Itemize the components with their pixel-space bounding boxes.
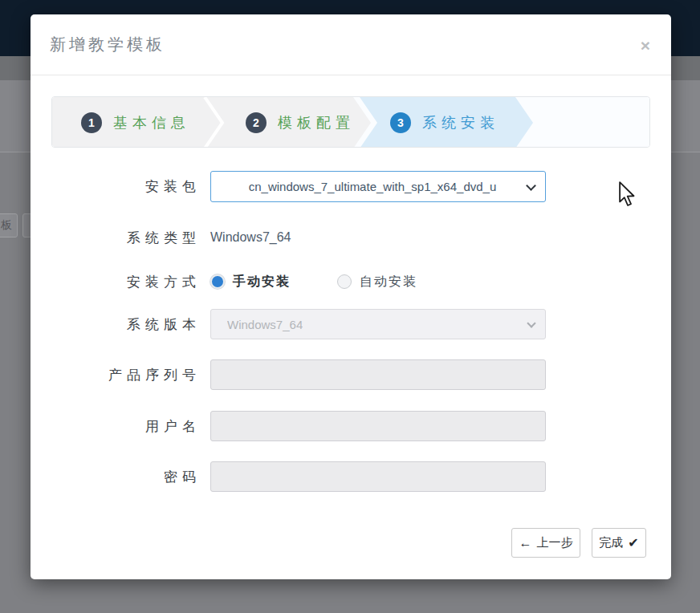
dialog-title: 新增教学模板 <box>50 34 165 55</box>
system-type-label: 系统类型 <box>31 223 201 252</box>
row-install-package: 安装包 cn_windows_7_ultimate_with_sp1_x64_d… <box>31 171 671 202</box>
serial-number-label: 产品序列号 <box>31 359 201 390</box>
install-package-select[interactable]: cn_windows_7_ultimate_with_sp1_x64_dvd_u <box>210 171 546 202</box>
install-package-value: cn_windows_7_ultimate_with_sp1_x64_dvd_u <box>227 180 518 193</box>
previous-step-label: 上一步 <box>537 535 573 550</box>
system-version-value: Windows7_64 <box>227 318 303 331</box>
chevron-down-icon <box>526 181 536 191</box>
row-password: 密码 <box>31 461 671 492</box>
finish-label: 完成 <box>599 535 623 550</box>
row-install-method: 安装方式 手动安装 自动安装 <box>31 267 671 296</box>
close-icon[interactable]: × <box>636 37 655 56</box>
step-number-badge: 1 <box>81 112 102 133</box>
step-number-badge: 3 <box>390 112 411 133</box>
password-input <box>210 461 546 492</box>
system-version-select-disabled: Windows7_64 <box>210 309 546 339</box>
step-label: 基本信息 <box>113 113 190 132</box>
install-package-label: 安装包 <box>31 171 201 202</box>
wizard-step-basic-info[interactable]: 1 基本信息 <box>81 97 190 148</box>
row-serial-number: 产品序列号 <box>31 359 671 390</box>
install-method-radio-group: 手动安装 自动安装 <box>210 267 546 296</box>
chevron-down-icon <box>527 319 535 327</box>
radio-button-icon <box>210 274 225 289</box>
dialog-header: 新增教学模板 <box>31 14 671 75</box>
username-input <box>210 411 546 441</box>
wizard-steps-bar: 1 基本信息 2 模板配置 3 系统安装 <box>51 96 650 148</box>
step-label: 模板配置 <box>278 113 355 132</box>
radio-auto-install[interactable]: 自动安装 <box>337 274 417 290</box>
wizard-step-system-install[interactable]: 3 系统安装 <box>390 97 499 148</box>
check-icon: ✔ <box>628 535 638 550</box>
radio-label: 手动安装 <box>233 274 291 290</box>
row-system-version: 系统版本 Windows7_64 <box>31 309 671 339</box>
username-label: 用户名 <box>31 411 201 441</box>
step-number-badge: 2 <box>246 112 267 133</box>
serial-number-input <box>210 359 546 390</box>
previous-step-button[interactable]: ← 上一步 <box>511 528 580 558</box>
row-username: 用户名 <box>31 411 671 441</box>
background-tab-partial: 板 <box>0 213 18 237</box>
arrow-left-icon: ← <box>519 536 532 550</box>
system-version-label: 系统版本 <box>31 309 201 339</box>
password-label: 密码 <box>31 461 201 492</box>
step-label: 系统安装 <box>422 113 499 132</box>
radio-label: 自动安装 <box>360 274 417 290</box>
add-teaching-template-dialog: 新增教学模板 × 1 基本信息 2 模板配置 3 系统安装 <box>31 14 671 579</box>
wizard-step-template-config[interactable]: 2 模板配置 <box>246 97 355 148</box>
page: 板 新增教学模板 × 1 基本信息 2 模板配置 3 <box>0 0 700 613</box>
row-system-type: 系统类型 Windows7_64 <box>31 223 671 252</box>
finish-button[interactable]: 完成 ✔ <box>592 528 646 558</box>
radio-manual-install[interactable]: 手动安装 <box>210 274 291 290</box>
system-type-value: Windows7_64 <box>210 223 546 252</box>
install-method-label: 安装方式 <box>31 267 201 296</box>
radio-button-icon <box>337 274 352 289</box>
